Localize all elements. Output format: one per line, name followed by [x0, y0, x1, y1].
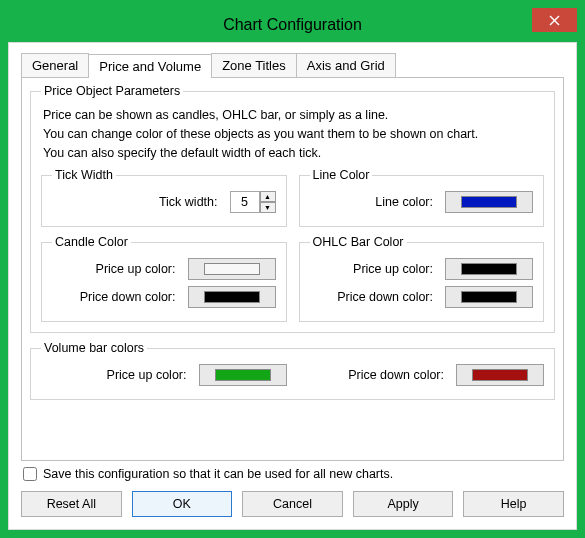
candle-down-label: Price down color:	[52, 290, 180, 304]
save-config-label: Save this configuration so that it can b…	[43, 467, 393, 481]
tab-price-and-volume[interactable]: Price and Volume	[88, 54, 212, 78]
tab-axis-and-grid[interactable]: Axis and Grid	[296, 53, 396, 77]
price-object-parameters-group: Price Object Parameters Price can be sho…	[30, 84, 555, 333]
price-object-description: Price can be shown as candles, OHLC bar,…	[41, 104, 544, 168]
ohlc-down-color-button[interactable]	[445, 286, 533, 308]
cancel-button[interactable]: Cancel	[242, 491, 343, 517]
ohlc-up-color-button[interactable]	[445, 258, 533, 280]
apply-button[interactable]: Apply	[353, 491, 454, 517]
candle-down-color-button[interactable]	[188, 286, 276, 308]
save-config-row: Save this configuration so that it can b…	[21, 461, 564, 481]
ohlc-down-swatch	[461, 291, 517, 303]
titlebar: Chart Configuration	[8, 8, 577, 42]
candle-color-group: Candle Color Price up color: Price down …	[41, 235, 287, 322]
desc-line-1: Price can be shown as candles, OHLC bar,…	[43, 108, 388, 122]
window-body: General Price and Volume Zone Titles Axi…	[8, 42, 577, 530]
ohlc-legend: OHLC Bar Color	[310, 235, 407, 249]
tick-width-input[interactable]	[230, 191, 260, 213]
candle-up-label: Price up color:	[52, 262, 180, 276]
candle-up-color-button[interactable]	[188, 258, 276, 280]
tick-width-spin-up[interactable]: ▲	[260, 191, 276, 202]
candle-up-swatch	[204, 263, 260, 275]
candle-down-swatch	[204, 291, 260, 303]
ok-button[interactable]: OK	[132, 491, 233, 517]
tab-general[interactable]: General	[21, 53, 89, 77]
ohlc-up-label: Price up color:	[310, 262, 438, 276]
volume-legend: Volume bar colors	[41, 341, 147, 355]
desc-line-3: You can also specify the default width o…	[43, 146, 321, 160]
line-color-button[interactable]	[445, 191, 533, 213]
ohlc-bar-color-group: OHLC Bar Color Price up color: Price dow…	[299, 235, 545, 322]
volume-up-color-button[interactable]	[199, 364, 287, 386]
window-title: Chart Configuration	[8, 16, 577, 34]
volume-down-swatch	[472, 369, 528, 381]
line-color-swatch	[461, 196, 517, 208]
volume-up-swatch	[215, 369, 271, 381]
close-icon	[549, 15, 560, 26]
line-color-label: Line color:	[310, 195, 438, 209]
save-config-checkbox[interactable]	[23, 467, 37, 481]
price-object-legend: Price Object Parameters	[41, 84, 183, 98]
dialog-buttons: Reset All OK Cancel Apply Help	[21, 481, 564, 517]
tick-width-spin-down[interactable]: ▼	[260, 202, 276, 213]
tab-zone-titles[interactable]: Zone Titles	[211, 53, 297, 77]
ohlc-down-label: Price down color:	[310, 290, 438, 304]
tick-width-legend: Tick Width	[52, 168, 116, 182]
ohlc-up-swatch	[461, 263, 517, 275]
reset-all-button[interactable]: Reset All	[21, 491, 122, 517]
chart-config-window: Chart Configuration General Price and Vo…	[8, 8, 577, 530]
tab-strip: General Price and Volume Zone Titles Axi…	[21, 53, 564, 77]
volume-down-label: Price down color:	[299, 368, 449, 382]
tick-width-group: Tick Width Tick width: ▲ ▼	[41, 168, 287, 227]
desc-line-2: You can change color of these objects as…	[43, 127, 478, 141]
close-button[interactable]	[532, 8, 577, 32]
tab-panel-price-and-volume: Price Object Parameters Price can be sho…	[21, 77, 564, 461]
line-color-legend: Line Color	[310, 168, 373, 182]
tick-width-label: Tick width:	[52, 195, 222, 209]
volume-bar-colors-group: Volume bar colors Price up color: Price …	[30, 341, 555, 400]
help-button[interactable]: Help	[463, 491, 564, 517]
volume-up-label: Price up color:	[41, 368, 191, 382]
line-color-group: Line Color Line color:	[299, 168, 545, 227]
volume-down-color-button[interactable]	[456, 364, 544, 386]
candle-color-legend: Candle Color	[52, 235, 131, 249]
